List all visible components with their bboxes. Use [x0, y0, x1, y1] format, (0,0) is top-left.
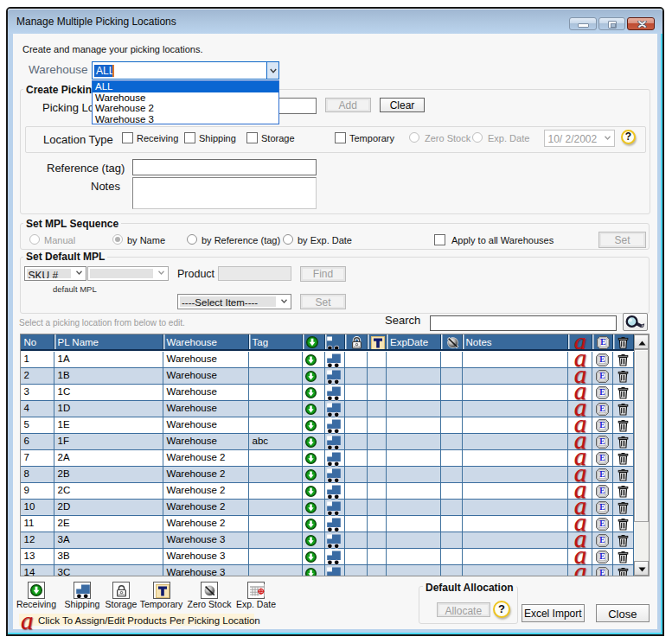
svg-text:E: E: [599, 552, 605, 561]
svg-text:E: E: [599, 470, 605, 479]
svg-text:E: E: [599, 355, 605, 364]
svg-text:E: E: [599, 454, 605, 462]
svg-text:E: E: [599, 372, 605, 380]
svg-text:E: E: [599, 503, 605, 512]
svg-text:E: E: [599, 569, 605, 576]
svg-text:E: E: [599, 404, 605, 413]
svg-text:E: E: [600, 338, 605, 347]
svg-text:E: E: [599, 437, 605, 446]
svg-text:E: E: [599, 421, 605, 430]
svg-text:E: E: [599, 388, 605, 397]
svg-text:E: E: [599, 536, 605, 544]
svg-text:E: E: [599, 519, 605, 528]
svg-text:E: E: [599, 487, 605, 495]
